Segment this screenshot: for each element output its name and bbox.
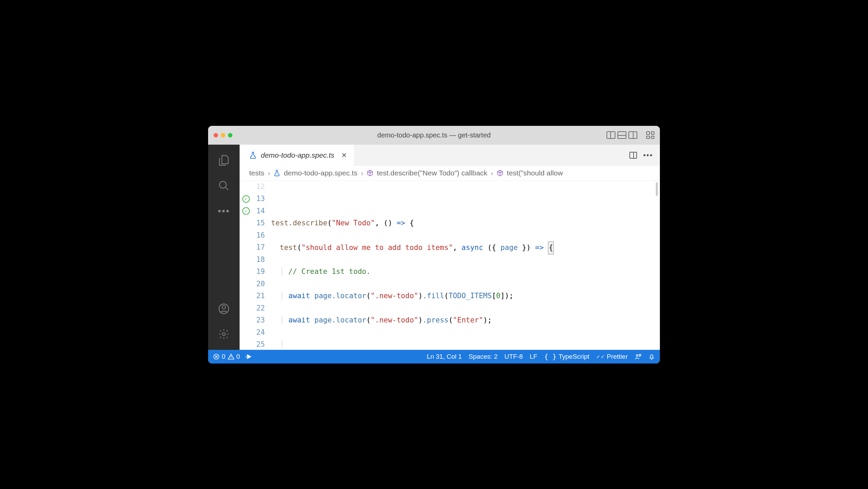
test-gutter: ✓ ✓ [240,181,253,350]
titlebar-layout-controls [607,131,654,139]
activity-bar: ••• [208,145,240,350]
svg-point-0 [219,181,226,188]
warning-icon [228,353,234,360]
editor-tabs: demo-todo-app.spec.ts ✕ ••• [240,145,660,166]
debug-icon [245,353,252,360]
explorer-tab[interactable] [213,149,235,171]
code-editor[interactable]: ✓ ✓ 12 13 14 15 16 17 18 19 20 [240,181,660,350]
toggle-panel-button[interactable] [617,131,626,139]
notifications-button[interactable] [648,353,655,360]
window-title: demo-todo-app.spec.ts — get-started [377,131,490,139]
close-tab-button[interactable]: ✕ [341,151,347,159]
test-pass-icon[interactable]: ✓ [242,207,250,215]
svg-point-5 [636,355,638,356]
split-editor-button[interactable] [629,152,637,159]
editor-tab-active[interactable]: demo-todo-app.spec.ts ✕ [240,145,354,166]
symbol-module-icon [497,170,503,176]
svg-point-2 [222,305,226,309]
vscode-window: demo-todo-app.spec.ts — get-started ••• [208,126,660,364]
close-window-button[interactable] [214,133,218,137]
settings-button[interactable] [213,323,235,345]
chevron-right-icon: › [268,169,270,177]
status-bar: 0 0 Ln 31, Col 1 Spaces: 2 UTF-8 LF { }T… [208,350,660,364]
problems-status[interactable]: 0 0 [213,353,240,360]
chevron-right-icon: › [491,169,493,177]
more-views-button[interactable]: ••• [213,200,235,222]
toggle-secondary-sidebar-button[interactable] [628,131,637,139]
person-feedback-icon [635,353,641,360]
gear-icon [218,328,230,340]
test-flask-icon [273,170,280,176]
test-flask-icon [249,151,257,159]
customize-layout-button[interactable] [646,131,654,139]
feedback-button[interactable] [635,353,641,360]
scrollbar-thumb[interactable] [656,182,658,196]
cursor-position[interactable]: Ln 31, Col 1 [427,353,462,360]
account-icon [218,303,230,315]
bell-icon [648,353,655,360]
error-icon [213,353,220,360]
breadcrumb-item[interactable]: demo-todo-app.spec.ts [284,169,357,177]
symbol-module-icon [367,170,373,176]
code-content[interactable]: test.describe("New Todo", () => { test("… [269,181,660,350]
prettier-check-icon: ✓✓ [596,354,605,359]
chevron-right-icon: › [361,169,363,177]
breadcrumb-item[interactable]: tests [249,169,264,177]
search-tab[interactable] [213,175,235,197]
minimize-window-button[interactable] [221,133,225,137]
language-mode[interactable]: { }TypeScript [544,353,589,361]
encoding-status[interactable]: UTF-8 [505,353,523,360]
search-icon [218,180,230,191]
titlebar: demo-todo-app.spec.ts — get-started [208,126,660,145]
line-number-gutter[interactable]: 12 13 14 15 16 17 18 19 20 21 22 23 24 2… [253,181,269,350]
breadcrumb-item[interactable]: test.describe("New Todo") callback [377,169,487,177]
test-pass-icon[interactable]: ✓ [242,195,250,203]
files-icon [218,155,230,166]
tab-filename: demo-todo-app.spec.ts [261,151,334,159]
maximize-window-button[interactable] [228,133,232,137]
breadcrumb-item[interactable]: test("should allow [507,169,563,177]
toggle-primary-sidebar-button[interactable] [607,131,615,139]
indentation-status[interactable]: Spaces: 2 [469,353,498,360]
formatter-status[interactable]: ✓✓ Prettier [596,353,628,360]
svg-point-3 [222,332,226,335]
ellipsis-icon: ••• [218,206,230,216]
window-controls [214,133,232,137]
more-actions-button[interactable]: ••• [643,151,653,160]
breadcrumbs[interactable]: tests › demo-todo-app.spec.ts › test.des… [240,166,660,181]
debug-start-button[interactable] [245,353,252,360]
accounts-button[interactable] [213,298,235,320]
eol-status[interactable]: LF [530,353,537,360]
